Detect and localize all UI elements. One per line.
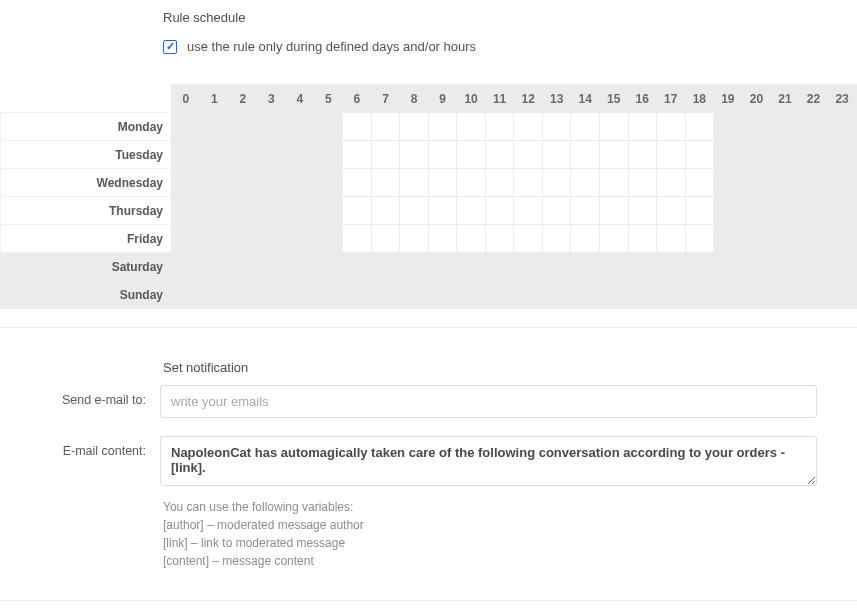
schedule-cell[interactable] (542, 225, 571, 253)
schedule-cell[interactable] (628, 141, 657, 169)
schedule-cell[interactable] (485, 225, 514, 253)
schedule-cell[interactable] (286, 113, 315, 141)
schedule-cell[interactable] (172, 225, 201, 253)
schedule-cell[interactable] (799, 113, 828, 141)
schedule-cell[interactable] (628, 253, 657, 281)
schedule-cell[interactable] (485, 113, 514, 141)
schedule-cell[interactable] (828, 225, 857, 253)
schedule-cell[interactable] (599, 253, 628, 281)
schedule-cell[interactable] (172, 281, 201, 309)
schedule-cell[interactable] (714, 141, 743, 169)
schedule-cell[interactable] (514, 141, 543, 169)
schedule-cell[interactable] (314, 225, 343, 253)
schedule-cell[interactable] (742, 225, 771, 253)
schedule-cell[interactable] (714, 169, 743, 197)
schedule-cell[interactable] (257, 169, 286, 197)
schedule-cell[interactable] (657, 141, 686, 169)
schedule-cell[interactable] (514, 253, 543, 281)
schedule-cell[interactable] (771, 113, 800, 141)
schedule-cell[interactable] (514, 113, 543, 141)
schedule-cell[interactable] (799, 253, 828, 281)
schedule-cell[interactable] (599, 225, 628, 253)
schedule-cell[interactable] (742, 169, 771, 197)
schedule-cell[interactable] (457, 141, 486, 169)
schedule-cell[interactable] (771, 169, 800, 197)
schedule-cell[interactable] (685, 113, 714, 141)
schedule-cell[interactable] (229, 169, 258, 197)
schedule-cell[interactable] (571, 113, 600, 141)
schedule-cell[interactable] (714, 225, 743, 253)
schedule-cell[interactable] (457, 225, 486, 253)
schedule-cell[interactable] (343, 141, 372, 169)
schedule-cell[interactable] (257, 253, 286, 281)
schedule-cell[interactable] (799, 197, 828, 225)
schedule-cell[interactable] (828, 197, 857, 225)
schedule-cell[interactable] (685, 197, 714, 225)
schedule-cell[interactable] (400, 141, 429, 169)
schedule-cell[interactable] (828, 281, 857, 309)
schedule-cell[interactable] (172, 113, 201, 141)
schedule-cell[interactable] (742, 141, 771, 169)
schedule-cell[interactable] (571, 169, 600, 197)
schedule-cell[interactable] (314, 169, 343, 197)
schedule-cell[interactable] (343, 225, 372, 253)
schedule-cell[interactable] (771, 225, 800, 253)
schedule-cell[interactable] (314, 281, 343, 309)
schedule-cell[interactable] (172, 253, 201, 281)
schedule-cell[interactable] (714, 197, 743, 225)
schedule-cell[interactable] (628, 169, 657, 197)
schedule-cell[interactable] (771, 197, 800, 225)
schedule-cell[interactable] (172, 141, 201, 169)
schedule-cell[interactable] (200, 253, 229, 281)
schedule-cell[interactable] (542, 253, 571, 281)
schedule-cell[interactable] (599, 197, 628, 225)
schedule-cell[interactable] (799, 225, 828, 253)
schedule-cell[interactable] (172, 169, 201, 197)
schedule-cell[interactable] (657, 253, 686, 281)
schedule-cell[interactable] (286, 281, 315, 309)
schedule-cell[interactable] (200, 281, 229, 309)
schedule-cell[interactable] (742, 281, 771, 309)
schedule-cell[interactable] (628, 197, 657, 225)
schedule-cell[interactable] (799, 281, 828, 309)
schedule-cell[interactable] (371, 141, 400, 169)
schedule-cell[interactable] (371, 281, 400, 309)
schedule-cell[interactable] (685, 281, 714, 309)
schedule-cell[interactable] (257, 281, 286, 309)
schedule-cell[interactable] (657, 225, 686, 253)
content-textarea[interactable] (160, 436, 817, 486)
schedule-cell[interactable] (657, 169, 686, 197)
schedule-cell[interactable] (229, 113, 258, 141)
schedule-cell[interactable] (286, 169, 315, 197)
schedule-cell[interactable] (657, 113, 686, 141)
schedule-cell[interactable] (286, 253, 315, 281)
schedule-cell[interactable] (485, 253, 514, 281)
schedule-cell[interactable] (542, 197, 571, 225)
schedule-cell[interactable] (685, 225, 714, 253)
schedule-cell[interactable] (628, 281, 657, 309)
schedule-cell[interactable] (229, 225, 258, 253)
schedule-cell[interactable] (542, 169, 571, 197)
schedule-cell[interactable] (628, 225, 657, 253)
schedule-cell[interactable] (229, 281, 258, 309)
schedule-cell[interactable] (485, 169, 514, 197)
schedule-cell[interactable] (371, 113, 400, 141)
schedule-cell[interactable] (229, 141, 258, 169)
schedule-cell[interactable] (257, 197, 286, 225)
schedule-cell[interactable] (229, 197, 258, 225)
schedule-cell[interactable] (371, 197, 400, 225)
schedule-cell[interactable] (343, 281, 372, 309)
schedule-cell[interactable] (599, 169, 628, 197)
schedule-cell[interactable] (343, 253, 372, 281)
schedule-cell[interactable] (428, 225, 457, 253)
schedule-cell[interactable] (742, 253, 771, 281)
schedule-cell[interactable] (828, 141, 857, 169)
schedule-cell[interactable] (229, 253, 258, 281)
schedule-cell[interactable] (172, 197, 201, 225)
schedule-cell[interactable] (771, 253, 800, 281)
schedule-cell[interactable] (314, 141, 343, 169)
schedule-cell[interactable] (599, 113, 628, 141)
schedule-cell[interactable] (571, 253, 600, 281)
schedule-cell[interactable] (428, 141, 457, 169)
schedule-cell[interactable] (200, 225, 229, 253)
